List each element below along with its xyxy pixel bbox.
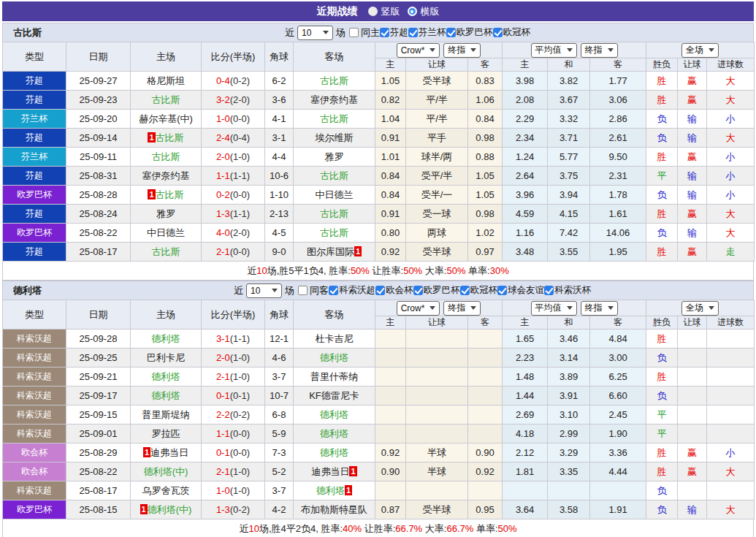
league-filter[interactable]: 科索沃杯	[544, 284, 591, 297]
ah-away-odds	[468, 405, 503, 424]
league-filter[interactable]: 芬超	[380, 26, 408, 39]
score: 2-2(0-2)	[202, 405, 265, 424]
checked-checkbox-icon[interactable]	[460, 286, 470, 295]
avg-select[interactable]: 平均值	[531, 43, 577, 58]
team-label: 罗拉匹	[152, 428, 180, 439]
chevron-down-icon	[709, 306, 714, 310]
col-ah-away: 客	[468, 316, 503, 330]
league-filter[interactable]: 芬兰杯	[408, 26, 446, 39]
team-label: 乌罗舍瓦茨	[142, 485, 190, 496]
radio-vertical-icon[interactable]	[368, 7, 378, 16]
eu-away-odds: 4.44	[590, 462, 646, 481]
same-venue-checkbox[interactable]	[349, 28, 359, 37]
result-handicap	[678, 424, 707, 443]
league-filter[interactable]: 欧罗巴杯	[446, 26, 493, 39]
summary-stat-value: 50%	[446, 265, 465, 276]
score: 3-2(2-0)	[202, 91, 265, 110]
ah-line	[406, 386, 468, 405]
col-res-wl: 胜负	[646, 316, 678, 330]
ah-line	[406, 481, 468, 500]
away-team: 雅罗	[294, 148, 375, 167]
avg-select[interactable]: 平均值	[531, 301, 577, 316]
eu-home-odds: 3.64	[503, 500, 548, 519]
summary-text: 近	[239, 522, 248, 536]
league-filter[interactable]: 球会友谊	[497, 284, 544, 297]
ah-away-odds	[468, 349, 503, 367]
result-goals	[707, 405, 755, 424]
radio-vertical-option[interactable]: 竖版	[368, 5, 400, 18]
corner-score: 6-2	[265, 72, 294, 91]
match-row: 芬超25-08-24雅罗1-3(1-1)2-13古比斯0.91受一球0.984.…	[3, 205, 755, 224]
ah-away-odds: 0.83	[468, 72, 503, 91]
radio-horizontal-icon[interactable]	[408, 7, 417, 16]
match-row: 芬超25-08-31塞伊奈约基1-1(1-1)10-6古比斯0.84受平/半1.…	[3, 167, 755, 186]
section-header: 德利塔 近 10 场 同客 科索沃超欧会杯欧罗巴杯欧冠杯球会友谊科索沃杯	[2, 281, 754, 300]
chevron-down-icon	[608, 48, 614, 52]
result-goals	[707, 424, 755, 443]
score: 1-0(1-0)	[202, 481, 265, 500]
away-team: 图尔库国际1	[294, 243, 375, 262]
eu-draw-odds: 3.46	[548, 330, 590, 349]
games-count-select[interactable]: 10	[246, 283, 282, 298]
match-row: 芬兰杯25-09-20赫尔辛基(中)1-0(0-0)4-1古比斯1.04平/半0…	[3, 110, 755, 129]
red-card-badge: 1	[143, 447, 150, 457]
team-label: 迪弗当日	[150, 447, 188, 458]
checked-checkbox-icon[interactable]	[329, 286, 338, 295]
eu-draw-odds: 4.15	[548, 205, 590, 224]
eu-final-select[interactable]: 终指	[581, 43, 618, 58]
league-filter[interactable]: 欧罗巴杯	[413, 284, 460, 297]
ah-final-select[interactable]: 终指	[443, 301, 481, 316]
match-date: 25-08-22	[66, 224, 131, 243]
col-ah-line: 让球	[406, 58, 468, 72]
team-label: 德利塔	[320, 352, 348, 363]
corner-score: 10-6	[265, 167, 294, 186]
team-name: 德利塔	[3, 284, 42, 297]
checked-checkbox-icon[interactable]	[413, 286, 423, 295]
eu-final-select[interactable]: 终指	[581, 301, 618, 316]
checked-checkbox-icon[interactable]	[493, 28, 503, 37]
eu-draw-odds: 3.10	[548, 405, 590, 424]
bookmaker-select[interactable]: Crow*	[397, 43, 440, 58]
result-group: 全场	[646, 300, 755, 316]
team-label: 古比斯	[152, 151, 180, 162]
red-card-badge: 1	[148, 132, 155, 142]
match-row: 科索沃超25-08-17乌罗舍瓦茨1-0(1-0)3-7德利塔1负	[3, 481, 755, 500]
league-filter[interactable]: 欧冠杯	[460, 284, 498, 297]
league-badge: 芬兰杯	[3, 110, 66, 129]
eu-away-odds: 14.06	[590, 224, 646, 243]
ah-home-odds: 0.84	[375, 186, 406, 205]
team-label: 雅罗	[325, 151, 344, 162]
corner-score: 4-1	[265, 110, 294, 129]
league-filter[interactable]: 科索沃超	[329, 284, 375, 297]
league-badge: 科索沃超	[3, 424, 66, 443]
result-group: 全场	[646, 42, 755, 58]
page-title: 近期战绩	[317, 5, 358, 18]
team-label: 德利塔	[320, 409, 348, 420]
league-filter[interactable]: 欧会杯	[375, 284, 413, 297]
checked-checkbox-icon[interactable]	[497, 286, 507, 295]
same-venue-checkbox[interactable]	[298, 286, 308, 295]
eu-home-odds: 2.29	[503, 110, 548, 129]
ah-final-select[interactable]: 终指	[443, 43, 481, 58]
league-filter-label: 欧罗巴杯	[457, 26, 493, 39]
result-winlose: 负	[646, 129, 678, 148]
bookmaker-select[interactable]: Crow*	[397, 301, 440, 316]
result-winlose: 负	[646, 224, 678, 243]
away-team: 古比斯	[294, 224, 375, 243]
away-team: 普里什蒂纳	[294, 367, 375, 386]
checked-checkbox-icon[interactable]	[446, 28, 456, 37]
checked-checkbox-icon[interactable]	[544, 286, 554, 295]
scope-select[interactable]: 全场	[681, 43, 719, 58]
checked-checkbox-icon[interactable]	[380, 28, 389, 37]
chevron-down-icon	[429, 48, 435, 52]
result-goals: 走	[707, 243, 755, 262]
away-team: 德利塔	[294, 405, 375, 424]
team-label: 中日德兰	[316, 189, 354, 200]
checked-checkbox-icon[interactable]	[408, 28, 418, 37]
games-count-select[interactable]: 10	[297, 26, 333, 40]
radio-horizontal-option[interactable]: 横版	[408, 5, 440, 18]
scope-select[interactable]: 全场	[681, 301, 719, 316]
league-filter[interactable]: 欧冠杯	[493, 26, 531, 39]
checked-checkbox-icon[interactable]	[375, 286, 385, 295]
ah-home-odds	[375, 405, 406, 424]
